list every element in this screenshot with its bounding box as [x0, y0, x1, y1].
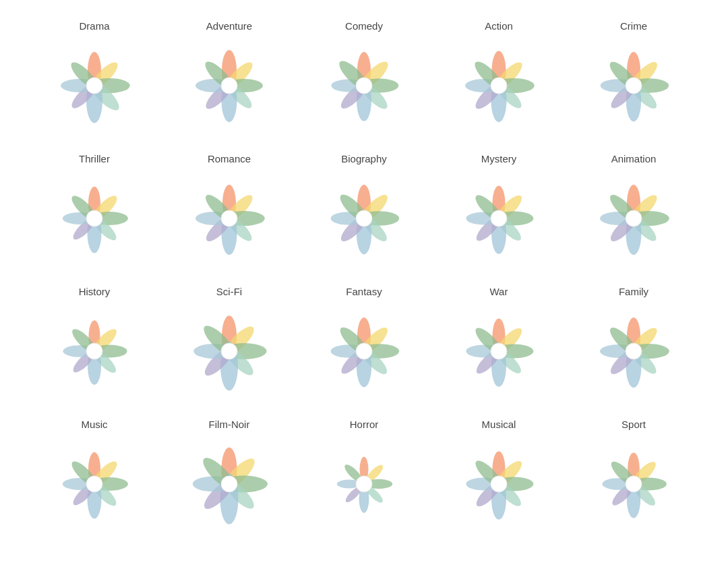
genre-label: Action: [485, 20, 513, 32]
genre-label: Romance: [208, 153, 251, 164]
genre-label: Adventure: [206, 20, 252, 32]
genre-label: Musical: [482, 419, 516, 430]
genre-label: Film-Noir: [209, 419, 250, 430]
svg-point-161: [356, 476, 372, 492]
genre-cell-music[interactable]: Music: [27, 412, 162, 538]
svg-point-107: [221, 343, 237, 359]
flower-chart: [317, 171, 411, 266]
svg-point-35: [491, 78, 507, 94]
flower-chart: [47, 171, 142, 266]
svg-point-152: [221, 476, 237, 492]
genre-cell-adventure[interactable]: Adventure: [162, 13, 297, 140]
genre-cell-sport[interactable]: Sport: [566, 412, 701, 538]
genre-label: Mystery: [481, 153, 517, 164]
flower-chart: [586, 38, 681, 133]
svg-point-80: [491, 210, 507, 226]
flower-chart: [317, 304, 411, 398]
genre-cell-war[interactable]: War: [431, 279, 566, 405]
flower-chart: [586, 437, 681, 531]
flower-chart: [586, 171, 681, 266]
genre-cell-fantasy[interactable]: Fantasy: [297, 279, 431, 405]
genre-label: Thriller: [79, 153, 110, 164]
genre-cell-drama[interactable]: Drama: [27, 13, 162, 140]
genre-cell-romance[interactable]: Romance: [162, 146, 297, 272]
flower-chart: [452, 38, 546, 133]
genre-grid: DramaAdventureComedyActionCrimeThrillerR…: [27, 13, 701, 538]
flower-chart: [182, 437, 276, 531]
svg-point-134: [626, 343, 642, 359]
flower-chart: [452, 171, 546, 266]
svg-point-143: [86, 476, 102, 492]
flower-chart: [586, 304, 681, 398]
genre-cell-family[interactable]: Family: [566, 279, 701, 405]
genre-cell-crime[interactable]: Crime: [566, 13, 701, 140]
svg-point-125: [491, 343, 507, 359]
svg-point-179: [626, 476, 642, 492]
genre-cell-history[interactable]: History: [27, 279, 162, 405]
svg-point-170: [491, 476, 507, 492]
flower-chart: [182, 304, 276, 398]
flower-chart: [182, 38, 276, 133]
svg-point-44: [626, 78, 642, 94]
flower-chart: [452, 437, 546, 531]
genre-cell-film-noir[interactable]: Film-Noir: [162, 412, 297, 538]
genre-label: Comedy: [345, 20, 383, 32]
genre-label: Crime: [620, 20, 647, 32]
genre-cell-animation[interactable]: Animation: [566, 146, 701, 272]
genre-cell-thriller[interactable]: Thriller: [27, 146, 162, 272]
genre-label: Fantasy: [346, 286, 382, 297]
flower-chart: [317, 38, 411, 133]
svg-point-62: [221, 210, 237, 226]
genre-cell-comedy[interactable]: Comedy: [297, 13, 431, 140]
genre-label: Horror: [350, 419, 379, 430]
svg-point-71: [356, 210, 372, 226]
svg-point-116: [356, 343, 372, 359]
flower-chart: [47, 437, 142, 531]
svg-point-98: [86, 343, 102, 359]
svg-point-8: [86, 78, 102, 94]
genre-label: Family: [619, 286, 648, 297]
genre-cell-horror[interactable]: Horror: [297, 412, 431, 538]
svg-point-17: [221, 78, 237, 94]
genre-label: Biography: [341, 153, 387, 164]
svg-point-89: [626, 210, 642, 226]
genre-cell-musical[interactable]: Musical: [431, 412, 566, 538]
flower-chart: [452, 304, 546, 398]
genre-label: Sci-Fi: [216, 286, 242, 297]
flower-chart: [182, 171, 276, 266]
flower-chart: [317, 437, 411, 531]
flower-chart: [47, 304, 142, 398]
svg-point-53: [86, 210, 102, 226]
genre-cell-biography[interactable]: Biography: [297, 146, 431, 272]
genre-label: Music: [81, 419, 107, 430]
genre-cell-sci-fi[interactable]: Sci-Fi: [162, 279, 297, 405]
genre-label: War: [490, 286, 508, 297]
genre-label: Animation: [611, 153, 657, 164]
svg-point-26: [356, 78, 372, 94]
genre-label: Sport: [621, 419, 646, 430]
genre-cell-mystery[interactable]: Mystery: [431, 146, 566, 272]
genre-label: History: [79, 286, 111, 297]
flower-chart: [47, 38, 142, 133]
genre-label: Drama: [79, 20, 109, 32]
genre-cell-action[interactable]: Action: [431, 13, 566, 140]
